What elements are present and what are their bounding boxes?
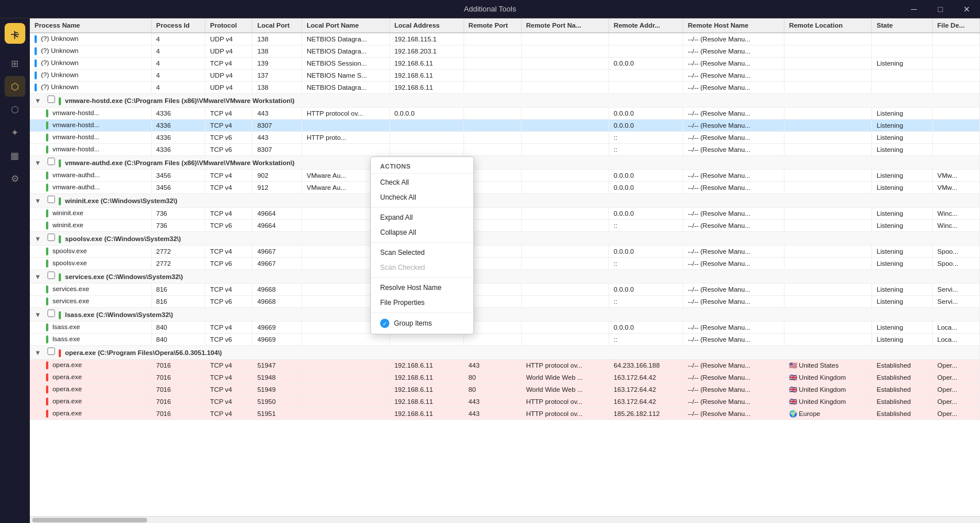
table-row[interactable]: vmware-hostd... 4336 TCP v4 8307 0.0.0.0…	[30, 119, 980, 131]
ctx-uncheck-all[interactable]: Uncheck All	[371, 190, 473, 205]
table-row[interactable]: (?) Unknown 4 UDP v4 137 NETBIOS Name S.…	[30, 70, 980, 82]
table-row[interactable]: ▼ vmware-hostd.exe (C:\Program Files (x8…	[30, 94, 980, 108]
ctx-scan-selected[interactable]: Scan Selected	[371, 245, 473, 260]
ctx-check-all[interactable]: Check All	[371, 175, 473, 190]
expand-icon[interactable]: ▼	[35, 349, 41, 356]
table-row[interactable]: wininit.exe 736 TCP v6 49664 :: --/-- (R…	[30, 219, 980, 231]
expand-icon[interactable]: ▼	[35, 311, 41, 318]
ctx-file-properties[interactable]: File Properties	[371, 295, 473, 310]
group-checkbox[interactable]	[45, 310, 57, 317]
table-row[interactable]: vmware-authd... 3456 TCP v4 902 VMware A…	[30, 169, 980, 181]
table-row[interactable]: spoolsv.exe 2772 TCP v4 49667 0.0.0.0 --…	[30, 245, 980, 257]
table-row[interactable]: (?) Unknown 4 UDP v4 138 NETBIOS Datagra…	[30, 82, 980, 94]
ctx-expand-all[interactable]: Expand All	[371, 210, 473, 225]
expand-icon[interactable]: ▼	[35, 97, 41, 104]
cell-state: Listening	[872, 207, 933, 219]
col-remote-host[interactable]: Remote Host Name	[683, 18, 784, 33]
expand-icon[interactable]: ▼	[35, 197, 41, 204]
cell-remote-addr: ::	[609, 257, 683, 269]
table-row[interactable]: ▼ opera.exe (C:\Program Files\Opera\56.0…	[30, 345, 980, 359]
group-checkbox[interactable]	[45, 272, 57, 279]
cell-file-desc	[932, 58, 979, 70]
table-row[interactable]: vmware-hostd... 4336 TCP v4 443 HTTP pro…	[30, 107, 980, 119]
sidebar-icon-grid[interactable]: ⊞	[5, 53, 25, 74]
row-indicator	[46, 171, 48, 180]
bottom-scrollbar-thumb[interactable]	[32, 518, 147, 522]
col-process-name[interactable]: Process Name	[30, 18, 151, 33]
table-row[interactable]: wininit.exe 736 TCP v4 49664 0.0.0.0 --/…	[30, 207, 980, 219]
close-button[interactable]: ✕	[954, 0, 980, 18]
table-container[interactable]: Process Name Process Id Protocol Local P…	[30, 18, 980, 516]
minimize-button[interactable]: ─	[901, 0, 927, 18]
table-row[interactable]: (?) Unknown 4 UDP v4 138 NETBIOS Datagra…	[30, 45, 980, 58]
table-row[interactable]: vmware-hostd... 4336 TCP v6 443 HTTP pro…	[30, 131, 980, 143]
cell-state: Listening	[872, 181, 933, 193]
table-row[interactable]: services.exe 816 TCP v4 49668 0.0.0.0 --…	[30, 283, 980, 295]
cell-process-name: opera.exe	[30, 383, 151, 395]
col-state[interactable]: State	[872, 18, 933, 33]
col-process-id[interactable]: Process Id	[151, 18, 205, 33]
sidebar-icon-network2[interactable]: ⬡	[5, 99, 25, 120]
table-row[interactable]: services.exe 816 TCP v6 49668 :: --/-- (…	[30, 295, 980, 307]
bottom-scrollbar[interactable]	[30, 516, 980, 523]
table-row[interactable]: ▼ lsass.exe (C:\Windows\System32\)	[30, 307, 980, 321]
table-row[interactable]: ▼ wininit.exe (C:\Windows\System32\)	[30, 193, 980, 207]
cell-local-port: 49668	[252, 295, 302, 307]
cell-remote-host: --/-- (Resolve Manu...	[683, 395, 784, 407]
cell-process-name: vmware-hostd...	[30, 131, 151, 143]
app-layout: 卡 ⊞ ⬡ ⬡ ✦ ▦ ⚙ Process Name Process Id Pr…	[0, 18, 980, 523]
col-remote-addr[interactable]: Remote Addr...	[609, 18, 683, 33]
expand-icon[interactable]: ▼	[35, 273, 41, 280]
col-local-port[interactable]: Local Port	[252, 18, 302, 33]
cell-remote-port-name	[521, 33, 608, 45]
table-row[interactable]: ▼ services.exe (C:\Windows\System32\)	[30, 269, 980, 283]
cell-local-port-name: NETBIOS Datagra...	[302, 33, 389, 45]
col-local-port-name[interactable]: Local Port Name	[302, 18, 389, 33]
col-local-address[interactable]: Local Address	[389, 18, 464, 33]
cell-remote-host: --/-- (Resolve Manu...	[683, 70, 784, 82]
group-checkbox[interactable]	[45, 234, 57, 241]
group-checkbox[interactable]	[45, 348, 57, 355]
col-file-desc[interactable]: File De...	[932, 18, 979, 33]
sidebar-icon-network[interactable]: ⬡	[5, 76, 25, 97]
cell-remote-port-name	[521, 257, 608, 269]
ctx-group-items[interactable]: ✓ Group Items	[371, 315, 473, 331]
table-row[interactable]: opera.exe 7016 TCP v4 51949 192.168.6.11…	[30, 383, 980, 395]
table-row[interactable]: ▼ spoolsv.exe (C:\Windows\System32\)	[30, 231, 980, 245]
ctx-collapse-all[interactable]: Collapse All	[371, 225, 473, 240]
cell-remote-location	[784, 119, 871, 131]
sidebar-icon-settings[interactable]: ⚙	[5, 168, 25, 189]
table-row[interactable]: lsass.exe 840 TCP v6 49669 :: --/-- (Res…	[30, 333, 980, 345]
cell-local-address	[389, 143, 464, 155]
row-indicator	[35, 47, 37, 55]
table-row[interactable]: opera.exe 7016 TCP v4 51948 192.168.6.11…	[30, 371, 980, 383]
cell-process-name: opera.exe	[30, 395, 151, 407]
expand-icon[interactable]: ▼	[35, 235, 41, 242]
group-checkbox[interactable]	[45, 196, 57, 203]
table-row[interactable]: (?) Unknown 4 UDP v4 138 NETBIOS Datagra…	[30, 33, 980, 45]
group-checkbox[interactable]	[45, 96, 57, 103]
expand-icon[interactable]: ▼	[35, 159, 41, 166]
col-remote-location[interactable]: Remote Location	[784, 18, 871, 33]
col-remote-port-name[interactable]: Remote Port Na...	[521, 18, 608, 33]
table-row[interactable]: spoolsv.exe 2772 TCP v6 49667 :: --/-- (…	[30, 257, 980, 269]
row-indicator	[46, 184, 48, 192]
table-row[interactable]: ▼ vmware-authd.exe (C:\Program Files (x8…	[30, 155, 980, 169]
cell-protocol: TCP v6	[205, 219, 252, 231]
table-row[interactable]: lsass.exe 840 TCP v4 49669 0.0.0.0 --/--…	[30, 321, 980, 333]
maximize-button[interactable]: □	[927, 0, 954, 18]
table-row[interactable]: (?) Unknown 4 TCP v4 139 NETBIOS Session…	[30, 58, 980, 70]
sidebar-icon-tool[interactable]: ✦	[5, 122, 25, 143]
table-row[interactable]: opera.exe 7016 TCP v4 51947 192.168.6.11…	[30, 359, 980, 371]
col-protocol[interactable]: Protocol	[205, 18, 252, 33]
table-row[interactable]: vmware-hostd... 4336 TCP v6 8307 :: --/-…	[30, 143, 980, 155]
table-row[interactable]: vmware-authd... 3456 TCP v4 912 VMware A…	[30, 181, 980, 193]
table-row[interactable]: opera.exe 7016 TCP v4 51951 192.168.6.11…	[30, 407, 980, 419]
group-checkbox[interactable]	[45, 158, 57, 165]
ctx-resolve-host[interactable]: Resolve Host Name	[371, 280, 473, 295]
cell-file-desc	[932, 70, 979, 82]
col-remote-port[interactable]: Remote Port	[464, 18, 521, 33]
table-row[interactable]: opera.exe 7016 TCP v4 51950 192.168.6.11…	[30, 395, 980, 407]
sidebar-icon-calendar[interactable]: ▦	[5, 145, 25, 166]
cell-local-port: 51951	[252, 407, 302, 419]
